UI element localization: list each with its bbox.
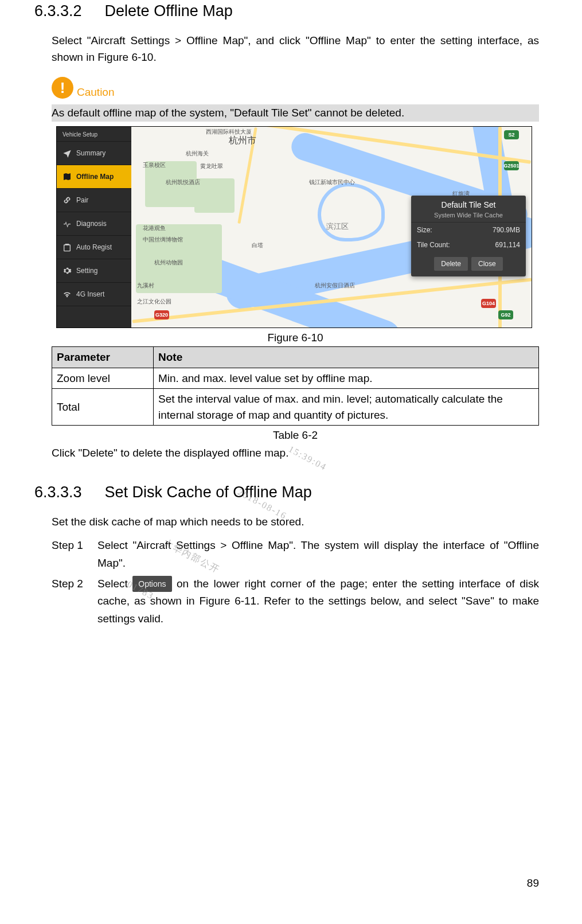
poi-label: 白塔 (252, 241, 263, 249)
gear-icon (63, 266, 72, 275)
after-table-paragraph: Click "Delete" to delete the displayed o… (52, 445, 539, 462)
table-cell-note: Min. and max. level value set by offline… (154, 368, 539, 389)
step-1: Step 1 Select "Aircraft Settings > Offli… (52, 537, 539, 572)
table-cell-note: Set the interval value of max. and min. … (154, 389, 539, 426)
sidebar-item-pair[interactable]: Pair (57, 189, 131, 212)
road-shield: S2 (504, 130, 519, 139)
caution-text: As default offline map of the system, "D… (52, 104, 539, 122)
sidebar-item-auto-regist[interactable]: Auto Regist (57, 236, 131, 259)
figure-caption: Figure 6-10 (52, 332, 539, 344)
sidebar-item-summary[interactable]: Summary (57, 142, 131, 165)
poi-label: 九溪村 (137, 282, 154, 290)
caution-label: Caution (77, 86, 115, 99)
district-label: 滨江区 (326, 221, 349, 232)
step-text: Select "Aircraft Settings > Offline Map"… (97, 537, 539, 572)
poi-label: 杭州凯悦酒店 (166, 178, 200, 186)
map-island (318, 183, 385, 241)
table-header-note: Note (154, 347, 539, 368)
pulse-icon (63, 219, 72, 228)
road-shield: G2501 (504, 161, 519, 170)
section-heading-6-3-3-2: 6.3.3.2Delete Offline Map (34, 0, 539, 20)
table-cell-param: Total (52, 389, 154, 426)
table-cell-param: Zoom level (52, 368, 154, 389)
step-label: Step 1 (52, 537, 97, 572)
step-2: Step 2 Select Options on the lower right… (52, 575, 539, 627)
poi-label: 之江文化公园 (137, 298, 171, 306)
poi-label: 西湖国际科技大厦 (206, 128, 252, 136)
wifi-icon (63, 290, 72, 299)
popup-count-value: 691,114 (495, 241, 520, 249)
sidebar-header: Vehicle Setup (57, 127, 131, 142)
warning-icon (52, 77, 73, 99)
poi-label: 杭州海关 (186, 150, 209, 158)
popup-size-label: Size: (417, 226, 432, 234)
page-number: 89 (527, 877, 539, 890)
poi-label: 钱江新城市民中心 (309, 178, 355, 186)
app-sidebar: Vehicle Setup Summary Offline Map Pair (57, 127, 131, 328)
step-text: Select Options on the lower right corner… (97, 575, 539, 627)
sidebar-item-diagnosis[interactable]: Diagnosis (57, 212, 131, 236)
poi-label: 杭州动物园 (154, 259, 183, 267)
sidebar-item-label: Offline Map (76, 173, 114, 181)
parameter-table: Parameter Note Zoom level Min. and max. … (52, 346, 539, 426)
sidebar-item-label: Pair (76, 196, 88, 204)
road-shield: G320 (154, 310, 169, 319)
step2-pre: Select (97, 578, 132, 590)
poi-label: 杭州安假日酒店 (315, 282, 355, 290)
popup-subtitle: System Wide Tile Cache (411, 212, 526, 223)
sidebar-item-4g-insert[interactable]: 4G Insert (57, 283, 131, 306)
figure-6-10-screenshot: Vehicle Setup Summary Offline Map Pair (56, 126, 532, 328)
clipboard-icon (63, 243, 72, 252)
sidebar-item-label: 4G Insert (76, 290, 104, 298)
map-canvas[interactable]: S2 G104 G2501 G320 G104 G92 杭州市 西湖国际科技大厦… (131, 127, 532, 328)
link-icon (63, 196, 72, 205)
sidebar-item-label: Auto Regist (76, 243, 112, 251)
plane-icon (63, 149, 72, 158)
section-number: 6.3.3.2 (34, 2, 82, 20)
table-header-parameter: Parameter (52, 347, 154, 368)
section-number: 6.3.3.3 (34, 484, 82, 501)
table-caption: Table 6-2 (52, 429, 539, 442)
delete-button[interactable]: Delete (434, 257, 468, 271)
poi-label: 花港观鱼 (143, 224, 166, 232)
step-label: Step 2 (52, 575, 97, 627)
poi-label: 玉泉校区 (143, 161, 166, 169)
popup-size-value: 790.9MB (493, 226, 520, 234)
section-title: Delete Offline Map (105, 2, 233, 20)
road-shield: G104 (481, 299, 496, 308)
poi-label: 黄龙吐翠 (200, 162, 223, 170)
close-button[interactable]: Close (471, 257, 503, 271)
intro-paragraph: Set the disk cache of map which needs to… (52, 514, 539, 531)
intro-paragraph: Select "Aircraft Settings > Offline Map"… (52, 33, 539, 65)
road-shield: G92 (498, 310, 513, 319)
table-row: Total Set the interval value of max. and… (52, 389, 539, 426)
poi-label: 中国丝绸博物馆 (143, 236, 183, 244)
sidebar-item-label: Summary (76, 149, 106, 157)
sidebar-item-label: Setting (76, 267, 97, 275)
city-label: 杭州市 (229, 135, 256, 147)
table-row: Zoom level Min. and max. level value set… (52, 368, 539, 389)
popup-count-label: Tile Count: (417, 241, 450, 249)
tileset-popup: Default Tile Set System Wide Tile Cache … (411, 196, 526, 276)
sidebar-item-offline-map[interactable]: Offline Map (57, 165, 131, 189)
map-icon (63, 172, 72, 181)
sidebar-item-label: Diagnosis (76, 220, 107, 228)
caution-block: Caution (52, 77, 539, 99)
options-button[interactable]: Options (132, 576, 171, 592)
popup-title: Default Tile Set (411, 196, 526, 212)
sidebar-item-setting[interactable]: Setting (57, 259, 131, 283)
section-title: Set Disk Cache of Offline Map (105, 484, 312, 501)
section-heading-6-3-3-3: 6.3.3.3Set Disk Cache of Offline Map (34, 481, 539, 501)
